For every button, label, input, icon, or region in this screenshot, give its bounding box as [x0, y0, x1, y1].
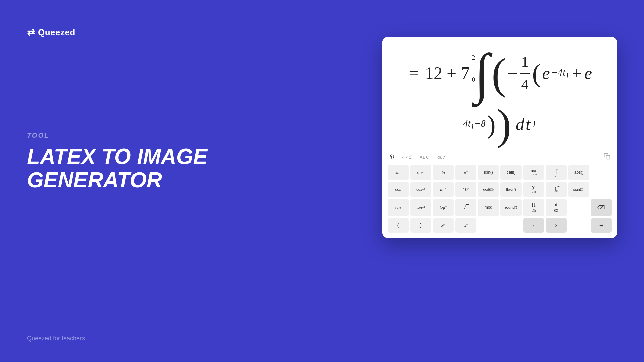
btn-ceil[interactable]: ceil(): [500, 165, 521, 180]
btn-sigma[interactable]: Σn=0: [523, 182, 544, 197]
tab-inf[interactable]: ∞≠∈: [401, 153, 412, 161]
math-formula: = 12 + 7 2 0 ∫ ( − 1 4: [399, 46, 600, 146]
keyboard-area: f() ∞≠∈ ABC αβγ sin sin−1 ln e□ lcm() ce…: [382, 148, 617, 238]
svg-rect-0: [606, 155, 610, 159]
btn-ln[interactable]: ln: [433, 165, 454, 180]
btn-derivative[interactable]: d dx: [546, 199, 567, 216]
btn-integral-def[interactable]: ∫∞0: [546, 182, 567, 197]
btn-gcd[interactable]: gcd(□): [478, 182, 499, 197]
btn-e-pow[interactable]: e□: [455, 165, 476, 180]
btn-left[interactable]: ‹: [523, 218, 544, 233]
left-panel: ⇄ Queezed TOOL LATEX TO IMAGE GENERATOR …: [27, 0, 211, 362]
btn-cos-inv[interactable]: cos−1: [410, 182, 431, 197]
btn-cos[interactable]: cos: [388, 182, 409, 197]
btn-empty-r1: [591, 182, 612, 197]
btn-mod[interactable]: mod: [478, 199, 499, 216]
main-title: LATEX TO IMAGE GENERATOR: [27, 145, 211, 192]
btn-round[interactable]: round(): [500, 199, 521, 216]
btn-x-sub[interactable]: x□: [455, 218, 476, 233]
btn-integral[interactable]: ∫: [546, 165, 567, 180]
btn-tan-inv[interactable]: tan−1: [410, 199, 431, 216]
tab-abc[interactable]: ABC: [419, 153, 430, 161]
btn-sqrt[interactable]: √□: [455, 199, 476, 216]
btn-x-sup[interactable]: x□: [433, 218, 454, 233]
btn-sin-inv[interactable]: sin−1: [410, 165, 431, 180]
btn-empty-r0: [591, 165, 612, 180]
display-area: = 12 + 7 2 0 ∫ ( − 1 4: [382, 37, 617, 148]
btn-prod[interactable]: Π∞n=0: [523, 199, 544, 216]
btn-10pow[interactable]: 10□: [455, 182, 476, 197]
btn-lparen[interactable]: (: [388, 218, 409, 233]
tool-label: TOOL: [27, 132, 211, 139]
btn-tab[interactable]: ⇥: [591, 218, 612, 233]
calculator-panel: = 12 + 7 2 0 ∫ ( − 1 4: [382, 37, 617, 238]
btn-sin[interactable]: sin: [388, 165, 409, 180]
tab-greek[interactable]: αβγ: [437, 153, 445, 161]
btn-lcm[interactable]: lcm(): [478, 165, 499, 180]
footer-text: Queezed for teachers: [27, 335, 85, 342]
logo-area: ⇄ Queezed: [27, 27, 211, 38]
btn-empty-r3c: [568, 218, 589, 233]
btn-ln10[interactable]: ln10: [433, 182, 454, 197]
btn-sign[interactable]: sign(□): [568, 182, 589, 197]
btn-empty-r2a: [568, 199, 589, 216]
btn-log[interactable]: log□: [433, 199, 454, 216]
copy-button[interactable]: [604, 153, 610, 161]
btn-empty-r3b: [500, 218, 521, 233]
btn-lim[interactable]: limn→∞: [523, 165, 544, 180]
btn-delete[interactable]: ⌫: [591, 199, 612, 216]
keyboard-grid: sin sin−1 ln e□ lcm() ceil() limn→∞ ∫ ab…: [388, 165, 612, 233]
logo-icon: ⇄: [27, 27, 35, 38]
keyboard-tabs: f() ∞≠∈ ABC αβγ: [388, 153, 612, 161]
btn-floor[interactable]: floor(): [500, 182, 521, 197]
btn-abs[interactable]: abs(): [568, 165, 589, 180]
btn-tan[interactable]: tan: [388, 199, 409, 216]
btn-right[interactable]: ›: [546, 218, 567, 233]
logo-text: Queezed: [38, 27, 75, 38]
btn-rparen[interactable]: ): [410, 218, 431, 233]
tab-fx[interactable]: f(): [389, 153, 395, 161]
btn-empty-r3a: [478, 218, 499, 233]
